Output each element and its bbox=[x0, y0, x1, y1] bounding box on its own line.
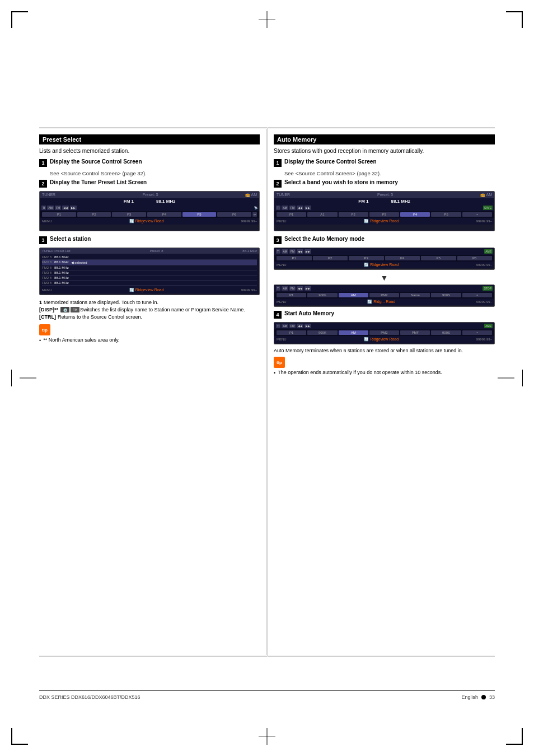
step-1-num: 1 bbox=[39, 159, 47, 167]
navigation-icon: 🔄 Ridgeview Road bbox=[129, 219, 164, 223]
notes-area: 1 Memorized stations are displayed. Touc… bbox=[39, 300, 260, 320]
note-disp-text: Switches the list display name to Statio… bbox=[80, 307, 245, 312]
right-step-1: 1 Display the Source Control Screen bbox=[274, 158, 495, 167]
auto-memory-title: Auto Memory bbox=[277, 136, 316, 143]
right-tuner-top-2: TUNER Preset: 5 📻 AM bbox=[274, 192, 494, 198]
tuner-bottom-bar: MENU 🔄 Ridgeview Road 99999.99– bbox=[40, 218, 259, 225]
note-disp: [DISP]** 💿 FM Switches the list display … bbox=[39, 307, 260, 312]
band-ti-btn[interactable]: TI bbox=[41, 206, 46, 210]
auto-memory-section: Auto Memory Stores stations with good re… bbox=[267, 129, 495, 655]
tip-area-right: tip • The operation ends automatically i… bbox=[274, 357, 495, 376]
preset-p1[interactable]: P1 bbox=[42, 212, 76, 217]
auto-memory-desc: Stores stations with good reception in m… bbox=[274, 148, 495, 154]
page-circle-icon bbox=[481, 695, 486, 699]
right-step-4-text: Start Auto Memory bbox=[284, 310, 334, 316]
preset-list-preset: Preset: 8 bbox=[149, 249, 163, 253]
auto-memory-note: Auto Memory terminates when 6 stations a… bbox=[274, 348, 495, 353]
step-2: 2 Display the Tuner Preset List Screen bbox=[39, 179, 260, 188]
step-2-text: Display the Tuner Preset List Screen bbox=[50, 179, 147, 185]
preset-p4[interactable]: P4 bbox=[147, 212, 181, 217]
crosshair-top-v bbox=[267, 11, 268, 28]
preset-p6[interactable]: P6 bbox=[217, 212, 251, 217]
tip-icon-right: tip bbox=[274, 357, 285, 368]
menu-label-2: MENU bbox=[42, 288, 52, 292]
right-step-2: 2 Select a band you wish to store in mem… bbox=[274, 179, 495, 188]
right-step-4: 4 Start Auto Memory bbox=[274, 310, 495, 319]
preset-p5[interactable]: P5 bbox=[182, 212, 217, 217]
preset-list-screen-image: TUNER Preset List Preset: 8 88.1 MHz FM2… bbox=[39, 248, 260, 295]
tuner-screen-image: TUNER Preset: 5 📻 AM FM 1 88.1 MHz TI AM… bbox=[39, 191, 260, 231]
preset-select-header: Preset Select bbox=[39, 134, 260, 144]
note-ctrl-key: [CTRL] bbox=[39, 314, 56, 320]
preset-list-label: TUNER Preset List bbox=[42, 249, 71, 253]
preset-list-freq: 88.1 MHz bbox=[242, 249, 257, 253]
right-tuner-screen-3b: TI AM FM ◀◀ ▶▶ STOP P1 900h AM PM2 Name … bbox=[274, 284, 495, 307]
tuner-presets-row: P1 P2 P3 P4 P5 P6 ↩ bbox=[40, 211, 259, 218]
step-1-text: Display the Source Control Screen bbox=[50, 158, 142, 165]
arrow-down-icon: ▼ bbox=[274, 273, 495, 282]
bullet-1: • ** North American sales area only. bbox=[39, 337, 260, 343]
menu-label: MENU bbox=[42, 220, 52, 223]
tuner-icons: 📻 AM bbox=[245, 193, 257, 197]
tuner-label: TUNER bbox=[42, 193, 55, 197]
crosshair-left-v bbox=[11, 370, 12, 386]
preset-list-row-1: FM3 8 88.1 MHz ◀ selected bbox=[42, 260, 257, 265]
page-number-area: English 33 bbox=[461, 694, 495, 700]
bullet-text-1: ** North American sales area only. bbox=[43, 337, 119, 343]
preset-p2[interactable]: P2 bbox=[77, 212, 111, 217]
note-ctrl-text: Returns to the Source Control screen. bbox=[58, 314, 142, 320]
corner-mark-tl bbox=[11, 11, 28, 28]
note-1-key: 1 bbox=[39, 300, 42, 305]
note-1: 1 Memorized stations are displayed. Touc… bbox=[39, 300, 260, 305]
seek-fwd-btn[interactable]: ▶▶ bbox=[70, 206, 77, 210]
crosshair-right-h bbox=[498, 378, 514, 379]
right-step-3-text: Select the Auto Memory mode bbox=[284, 236, 364, 242]
right-tuner-screen-3a: TI AM FM ◀◀ ▶▶ AME P1 P2 P3 P4 P5 P6 bbox=[274, 248, 495, 270]
preset-list-row-2: FM2 8 88.1 MHz bbox=[42, 265, 257, 270]
auto-memory-header: Auto Memory bbox=[274, 134, 495, 144]
disc-icon: 💿 bbox=[60, 307, 69, 312]
tuner-top-bar: TUNER Preset: 5 📻 AM bbox=[40, 192, 259, 198]
preset-select-title: Preset Select bbox=[43, 136, 81, 143]
right-bullet-1: • The operation ends automatically if yo… bbox=[274, 370, 495, 376]
preset-list-row-3: FM3 8 88.1 MHz bbox=[42, 270, 257, 276]
note-1-text: Memorized stations are displayed. Touch … bbox=[44, 300, 158, 305]
footer: DDX SERIES DDX616/DDX6046BT/DDX516 Engli… bbox=[39, 690, 495, 700]
tip-area-left: tip • ** North American sales area only. bbox=[39, 324, 260, 343]
right-step-2-text: Select a band you wish to store in memor… bbox=[284, 179, 398, 185]
right-step-3-num: 3 bbox=[274, 236, 282, 244]
band-am-btn[interactable]: AM bbox=[47, 206, 54, 210]
crosshair-left-h bbox=[20, 378, 36, 379]
preset-p3[interactable]: P3 bbox=[112, 212, 146, 217]
step-3: 3 Select a station bbox=[39, 236, 260, 244]
right-step-4-num: 4 bbox=[274, 311, 282, 319]
preset-list-bottom: MENU 🔄 Ridgeview Road 99999.99– bbox=[40, 287, 259, 293]
tip-icon-left: tip bbox=[39, 324, 50, 335]
preset-list-row-5: FM3 8 88.1 MHz bbox=[42, 281, 257, 286]
right-bullet-symbol: • bbox=[274, 370, 275, 376]
freq-right: 99999.99– bbox=[241, 220, 257, 223]
bullet-symbol-1: • bbox=[39, 338, 41, 343]
right-tuner-screen-2: TUNER Preset: 5 📻 AM FM 1 88.1 MHz TI AM… bbox=[274, 191, 495, 231]
step-3-num: 3 bbox=[39, 236, 47, 244]
seek-back-btn[interactable]: ◀◀ bbox=[62, 206, 69, 210]
page-number: 33 bbox=[489, 694, 495, 700]
note-disp-key: [DISP]** bbox=[39, 307, 58, 312]
preset-list-body: FM2 8 88.1 MHz FM3 8 88.1 MHz ◀ selected… bbox=[40, 254, 259, 287]
crosshair-bottom-v bbox=[267, 728, 268, 745]
tuner-mode: 📡 bbox=[254, 206, 257, 209]
fm-badge-icon: FM bbox=[71, 307, 79, 312]
right-step-1-sub: See <Source Control Screen> (page 32). bbox=[284, 170, 495, 176]
step-1-sub: See <Source Control Screen> (page 32). bbox=[50, 170, 260, 176]
tuner-controls-row: TI AM FM ◀◀ ▶▶ 📡 bbox=[40, 204, 259, 211]
tuner-freq-display: FM 1 88.1 MHz bbox=[40, 198, 259, 204]
band-fm-btn[interactable]: FM bbox=[55, 206, 61, 210]
note-ctrl: [CTRL] Returns to the Source Control scr… bbox=[39, 314, 260, 320]
language-label: English bbox=[461, 694, 478, 700]
preset-list-row-4: FM2 8 88.1 MHz bbox=[42, 276, 257, 281]
right-step-3: 3 Select the Auto Memory mode bbox=[274, 236, 495, 244]
scroll-btn[interactable]: ↩ bbox=[252, 212, 257, 217]
preset-list-row-0: FM2 8 88.1 MHz bbox=[42, 255, 257, 260]
right-tuner-screen-4: TI AM FM ◀◀ ▶▶ AME P1 900K AM PM2 PMF 90… bbox=[274, 322, 495, 344]
freq-right-2: 99999.99– bbox=[241, 288, 257, 292]
